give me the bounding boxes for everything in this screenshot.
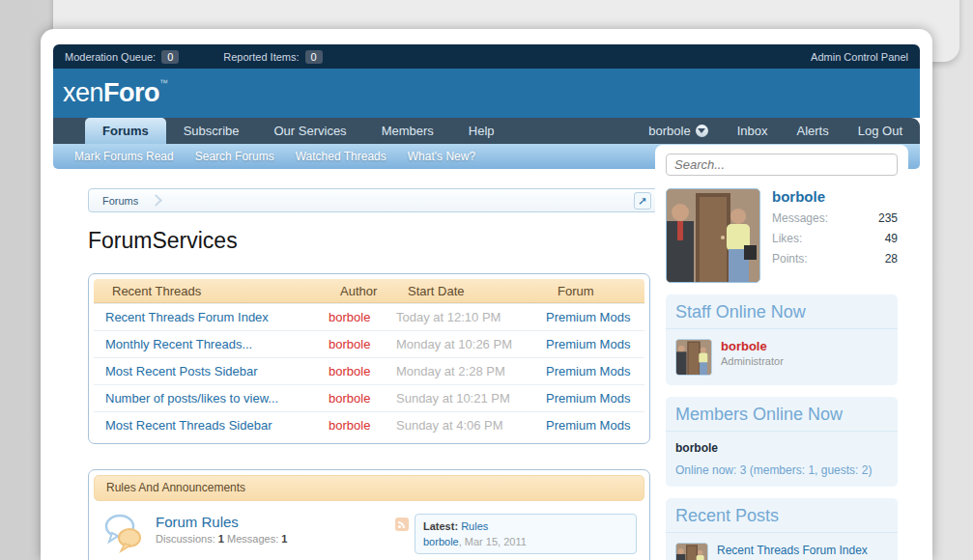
- thread-date: Monday at 10:26 PM: [385, 337, 534, 351]
- logo-foro: Foro: [103, 78, 159, 107]
- discussions-label: Discussions:: [156, 533, 215, 545]
- tab-our-services[interactable]: Our Services: [256, 118, 363, 144]
- messages-stat-label: Messages:: [772, 211, 828, 225]
- latest-post-box: Latest: Rules borbole, Mar 15, 2011: [415, 514, 637, 554]
- inbox-link[interactable]: Inbox: [737, 124, 768, 138]
- account-dropdown-icon[interactable]: [696, 125, 708, 137]
- mark-forums-read-link[interactable]: Mark Forums Read: [64, 150, 185, 163]
- recent-posts-heading: Recent Posts: [666, 498, 898, 533]
- forum-bubbles-icon: [103, 514, 146, 554]
- online-now-summary: Online now: 3 (members: 1, guests: 2): [675, 463, 888, 477]
- thread-forum-link[interactable]: Premium Mods: [534, 364, 644, 378]
- sidebar: borbole Messages: 235 Likes: 49 Points: …: [655, 145, 908, 560]
- moderation-queue-link[interactable]: Moderation Queue: 0: [65, 50, 179, 64]
- tab-subscribe[interactable]: Subscribe: [166, 118, 257, 144]
- latest-thread-link[interactable]: Rules: [461, 520, 488, 532]
- forum-node-stats: Discussions: 1 Messages: 1: [156, 533, 287, 545]
- thread-date: Today at 12:10 PM: [385, 310, 534, 324]
- thread-title-link[interactable]: Most Recent Posts Sidebar: [94, 364, 317, 378]
- logo-xen: xen: [63, 78, 103, 107]
- col-forum: Forum: [546, 279, 644, 303]
- thread-author-link[interactable]: borbole: [317, 310, 385, 324]
- reported-items-count-badge[interactable]: 0: [305, 50, 323, 64]
- staff-role: Administrator: [721, 355, 784, 367]
- forum-node-info: Forum Rules Discussions: 1 Messages: 1: [156, 514, 287, 545]
- alerts-link[interactable]: Alerts: [797, 124, 829, 138]
- likes-stat-value: 49: [885, 232, 898, 245]
- thread-author-link[interactable]: borbole: [317, 391, 385, 406]
- watched-threads-link[interactable]: Watched Threads: [285, 150, 397, 163]
- account-username-menu[interactable]: borbole: [648, 124, 707, 138]
- thread-row: Most Recent Posts Sidebar borbole Monday…: [94, 357, 644, 384]
- staff-user-row: borbole Administrator: [675, 339, 888, 376]
- stat-row: Points: 28: [772, 252, 898, 266]
- breadcrumb: Forums ➚: [88, 188, 658, 212]
- tab-forums[interactable]: Forums: [85, 118, 166, 144]
- admin-control-panel-link[interactable]: Admin Control Panel: [811, 51, 908, 63]
- messages-value: 1: [281, 533, 287, 545]
- thread-forum-link[interactable]: Premium Mods: [534, 418, 644, 433]
- moderation-bar: Moderation Queue: 0 Reported Items: 0 Ad…: [53, 44, 920, 69]
- tab-members[interactable]: Members: [364, 118, 451, 144]
- rules-announcements-box: Rules And Announcements Forum Rules Disc…: [88, 469, 650, 560]
- search-input[interactable]: [666, 154, 898, 176]
- thread-forum-link[interactable]: Premium Mods: [534, 391, 644, 406]
- whats-new-link[interactable]: What's New?: [397, 150, 486, 163]
- stat-row: Likes: 49: [772, 232, 898, 245]
- messages-label: Messages:: [227, 533, 278, 545]
- node-latest-area: Latest: Rules borbole, Mar 15, 2011: [395, 514, 637, 554]
- logo-trademark: ™: [159, 78, 168, 88]
- forum-node-row: Forum Rules Discussions: 1 Messages: 1 L…: [94, 501, 644, 560]
- thread-title-link[interactable]: Recent Threads Forum Index: [94, 310, 317, 324]
- thread-author-link[interactable]: borbole: [317, 337, 385, 351]
- main-content: Forums ➚ ForumServices Recent Threads Au…: [53, 169, 691, 560]
- recent-post-avatar[interactable]: [675, 543, 708, 560]
- stat-row: Messages: 235: [772, 211, 898, 225]
- chevron-separator-icon: [150, 194, 162, 207]
- site-header: xenForo™: [53, 69, 920, 118]
- forum-rules-link[interactable]: Forum Rules: [156, 514, 287, 530]
- tab-help[interactable]: Help: [451, 118, 512, 144]
- thread-title-link[interactable]: Monthly Recent Threads...: [94, 337, 317, 351]
- main-navbar: Forums Subscribe Our Services Members He…: [53, 118, 920, 144]
- latest-label: Latest:: [423, 520, 458, 532]
- jump-to-top-icon[interactable]: ➚: [634, 192, 651, 210]
- thread-author-link[interactable]: borbole: [317, 364, 385, 378]
- thread-forum-link[interactable]: Premium Mods: [534, 337, 644, 351]
- staff-username-link[interactable]: borbole: [721, 339, 784, 353]
- latest-author-link[interactable]: borbole: [423, 536, 459, 547]
- search-forums-link[interactable]: Search Forums: [185, 150, 285, 163]
- col-start-date: Start Date: [396, 279, 546, 303]
- member-username-link[interactable]: borbole: [675, 441, 888, 455]
- thread-author-link[interactable]: borbole: [317, 418, 385, 433]
- thread-date: Sunday at 4:06 PM: [385, 418, 534, 433]
- rss-feed-icon[interactable]: [395, 518, 409, 531]
- recent-threads-box: Recent Threads Author Start Date Forum R…: [88, 273, 650, 444]
- thread-date: Sunday at 10:21 PM: [385, 391, 534, 406]
- recent-threads-header-row: Recent Threads Author Start Date Forum: [94, 279, 644, 303]
- thread-forum-link[interactable]: Premium Mods: [534, 310, 644, 324]
- visitor-stats: borbole Messages: 235 Likes: 49 Points: …: [772, 188, 898, 283]
- staff-avatar[interactable]: [675, 339, 712, 376]
- staff-online-section: Staff Online Now: [666, 294, 898, 385]
- thread-row: Monthly Recent Threads... borbole Monday…: [94, 330, 644, 357]
- thread-title-link[interactable]: Most Recent Threads Sidebar: [94, 418, 317, 433]
- xenforo-logo[interactable]: xenForo™: [63, 78, 168, 108]
- reported-items-link[interactable]: Reported Items: 0: [223, 50, 322, 64]
- points-stat-label: Points:: [772, 252, 808, 266]
- breadcrumb-forums[interactable]: Forums: [102, 195, 138, 207]
- account-username: borbole: [648, 124, 690, 138]
- account-menu: borbole Inbox Alerts Log Out: [619, 118, 902, 144]
- rules-section-heading: Rules And Announcements: [94, 475, 644, 501]
- thread-title-link[interactable]: Number of posts/likes to view...: [94, 391, 317, 406]
- thread-row: Most Recent Threads Sidebar borbole Sund…: [94, 411, 644, 438]
- thread-row: Recent Threads Forum Index borbole Today…: [94, 303, 644, 330]
- avatar-photo: [676, 340, 711, 375]
- recent-post-title-link[interactable]: Recent Threads Forum Index: [717, 543, 868, 558]
- moderation-queue-count-badge[interactable]: 0: [161, 50, 179, 64]
- visitor-username-link[interactable]: borbole: [772, 188, 898, 205]
- thread-date: Monday at 2:28 PM: [385, 364, 534, 378]
- recent-posts-section: Recent Posts: [666, 498, 898, 560]
- avatar[interactable]: [666, 188, 760, 283]
- logout-link[interactable]: Log Out: [858, 124, 902, 138]
